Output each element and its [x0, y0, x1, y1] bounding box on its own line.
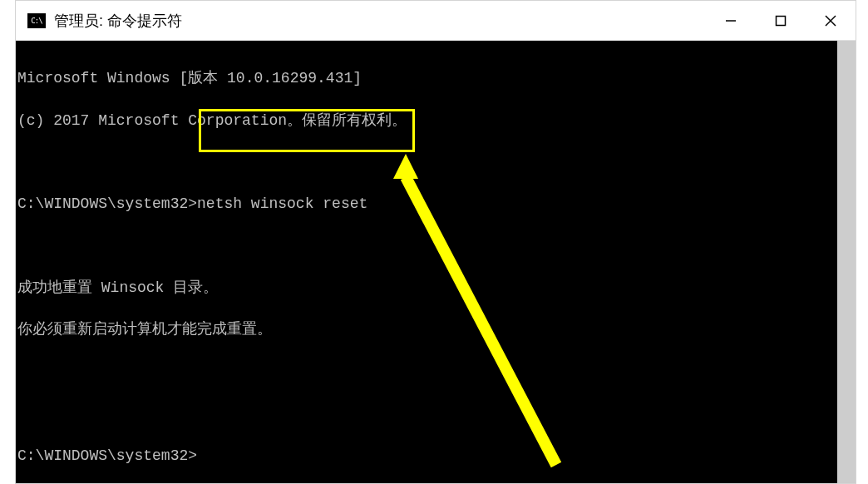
scrollbar-thumb[interactable]: [837, 41, 856, 483]
prompt-path: C:\WINDOWS\system32>: [17, 195, 197, 212]
titlebar[interactable]: C:\ 管理员: 命令提示符: [16, 1, 856, 41]
minimize-button[interactable]: [706, 1, 756, 41]
maximize-button[interactable]: [756, 1, 806, 41]
minimize-icon: [725, 15, 737, 27]
terminal-line: 你必须重新启动计算机才能完成重置。: [16, 319, 837, 340]
terminal-line: (c) 2017 Microsoft Corporation。保留所有权利。: [16, 111, 837, 131]
close-icon: [824, 14, 837, 27]
terminal-line-prompt: C:\WINDOWS\system32>netsh winsock reset: [16, 194, 837, 215]
cmd-icon-glyph: C:\: [31, 17, 42, 25]
terminal-line: Microsoft Windows [版本 10.0.16299.431]: [16, 68, 837, 89]
title-left: C:\ 管理员: 命令提示符: [16, 11, 706, 31]
terminal-line: [16, 403, 837, 424]
terminal-line: [16, 152, 837, 173]
terminal-content[interactable]: Microsoft Windows [版本 10.0.16299.431] (c…: [16, 41, 837, 483]
vertical-scrollbar[interactable]: [837, 41, 856, 483]
close-button[interactable]: [806, 1, 856, 41]
terminal-line: [16, 362, 837, 383]
maximize-icon: [775, 15, 787, 27]
svg-rect-1: [777, 16, 786, 25]
window-title: 管理员: 命令提示符: [54, 11, 182, 31]
terminal-line: [16, 236, 837, 257]
terminal-area[interactable]: Microsoft Windows [版本 10.0.16299.431] (c…: [16, 41, 856, 483]
window-controls: [706, 1, 856, 41]
typed-command: netsh winsock reset: [197, 195, 367, 212]
terminal-line-prompt: C:\WINDOWS\system32>: [16, 446, 837, 467]
window-frame: C:\ 管理员: 命令提示符 Micro: [15, 0, 856, 484]
terminal-line: 成功地重置 Winsock 目录。: [16, 278, 837, 299]
cmd-icon: C:\: [27, 13, 46, 28]
